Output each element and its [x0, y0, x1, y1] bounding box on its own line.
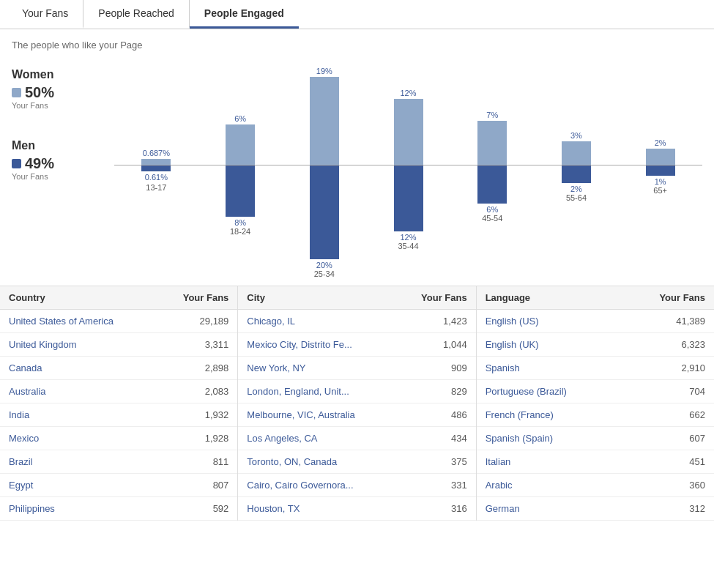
age-label-65plus: 65+ — [653, 186, 667, 195]
table-row: London, England, Unit...829 — [238, 380, 475, 403]
men-bar-5564 — [562, 165, 591, 183]
city-col-header: City — [238, 286, 395, 310]
country-name: Philippines — [0, 497, 157, 521]
men-bar-2534 — [310, 165, 339, 259]
table-row: United Kingdom3,311 — [0, 333, 237, 357]
language-name: English (US) — [477, 310, 622, 333]
country-name: Egypt — [0, 474, 157, 497]
city-fans: 316 — [396, 497, 476, 521]
country-name: Australia — [0, 380, 157, 403]
country-fans: 807 — [157, 474, 238, 497]
language-fans: 360 — [621, 474, 714, 497]
men-swatch — [12, 159, 21, 168]
men-pct-4554: 6% — [486, 205, 498, 214]
age-label-1824: 18-24 — [230, 227, 250, 236]
city-table: City Your Fans Chicago, IL1,423Mexico Ci… — [238, 286, 476, 521]
table-row: Spanish (Spain)607 — [477, 427, 714, 450]
city-name: Cairo, Cairo Governora... — [238, 474, 395, 497]
age-label-4554: 45-54 — [482, 214, 502, 223]
language-name: French (France) — [477, 403, 622, 427]
language-fans: 704 — [621, 380, 714, 403]
women-bar-65plus — [646, 149, 675, 165]
city-fans: 1,423 — [396, 310, 476, 333]
men-bar-1824 — [226, 165, 255, 217]
table-row: Canada2,898 — [0, 357, 237, 380]
table-row: Egypt807 — [0, 474, 237, 497]
women-bar-4554 — [477, 121, 507, 165]
table-row: Portuguese (Brazil)704 — [477, 380, 714, 403]
tab-your-fans[interactable]: Your Fans — [7, 0, 83, 29]
country-fans: 1,932 — [157, 403, 238, 427]
city-name: Toronto, ON, Canada — [238, 450, 395, 474]
language-name: Portuguese (Brazil) — [477, 380, 622, 403]
country-name: Canada — [0, 357, 157, 380]
table-row: Italian451 — [477, 450, 714, 474]
language-fans-header: Your Fans — [621, 286, 714, 310]
table-row: Chicago, IL1,423 — [238, 310, 475, 333]
women-pct-3544: 12% — [401, 89, 417, 97]
language-fans: 41,389 — [621, 310, 714, 333]
col-18-24-w: 6% — [198, 62, 283, 165]
language-name: English (UK) — [477, 333, 622, 357]
table-row: Mexico City, Distrito Fe...1,044 — [238, 333, 475, 357]
city-name: Melbourne, VIC, Australia — [238, 403, 395, 427]
women-bar-5564 — [562, 141, 591, 165]
women-title: Women — [12, 68, 114, 81]
men-pct-5564: 2% — [570, 185, 582, 193]
language-fans: 312 — [621, 497, 714, 521]
table-row: Mexico1,928 — [0, 427, 237, 450]
col-25-34-w: 19% — [282, 62, 366, 165]
language-fans: 2,910 — [621, 357, 714, 380]
country-fans: 29,189 — [157, 310, 238, 333]
table-row: Australia2,083 — [0, 380, 237, 403]
women-pct-65plus: 2% — [655, 138, 666, 147]
table-row: New York, NY909 — [238, 357, 475, 380]
col-35-44-m: 12% 35-44 — [366, 165, 450, 250]
table-row: Los Angeles, CA434 — [238, 427, 475, 450]
men-bar-4554 — [477, 165, 507, 204]
country-fans: 811 — [157, 450, 238, 474]
col-25-34-m: 20% 25-34 — [282, 165, 366, 278]
country-fans: 1,928 — [157, 427, 238, 450]
bar-chart: 0.687% 6% 19% 12% 7% — [114, 62, 702, 278]
country-fans: 3,311 — [157, 333, 238, 357]
country-name: Mexico — [0, 427, 157, 450]
men-pct-3544: 12% — [401, 233, 417, 242]
women-pct-5564: 3% — [570, 131, 582, 140]
tab-people-engaged[interactable]: People Engaged — [190, 0, 299, 29]
city-name: Los Angeles, CA — [238, 427, 395, 450]
language-name: Italian — [477, 450, 622, 474]
women-bar-1824 — [226, 124, 255, 165]
city-fans: 829 — [396, 380, 476, 403]
table-row: India1,932 — [0, 403, 237, 427]
men-pct-1824: 8% — [234, 218, 246, 227]
women-bar-3544 — [394, 99, 423, 165]
language-name: Spanish — [477, 357, 622, 380]
col-65plus-m: 1% 65+ — [618, 165, 702, 195]
country-name: Brazil — [0, 450, 157, 474]
men-pct-2534: 20% — [316, 261, 332, 269]
chart-legend: Women 50% Your Fans Men 49% Your Fans — [12, 62, 114, 278]
chart-area: Women 50% Your Fans Men 49% Your Fans 0.… — [0, 56, 714, 286]
men-bars-row: 0.61% 13-17 8% 18-24 20% 25-34 12% 35-44 — [114, 165, 702, 278]
table-row: Brazil811 — [0, 450, 237, 474]
country-col-header: Country — [0, 286, 157, 310]
language-fans: 662 — [621, 403, 714, 427]
women-fans-label: Your Fans — [12, 101, 114, 110]
city-name: Mexico City, Distrito Fe... — [238, 333, 395, 357]
country-fans: 592 — [157, 497, 238, 521]
city-name: Houston, TX — [238, 497, 395, 521]
col-45-54-m: 6% 45-54 — [450, 165, 535, 223]
city-name: London, England, Unit... — [238, 380, 395, 403]
col-13-17: 0.687% — [114, 62, 198, 165]
table-row: French (France)662 — [477, 403, 714, 427]
language-col-header: Language — [477, 286, 622, 310]
men-title: Men — [12, 139, 114, 152]
city-name: Chicago, IL — [238, 310, 395, 333]
tab-people-reached[interactable]: People Reached — [83, 0, 190, 29]
city-fans: 486 — [396, 403, 476, 427]
men-legend: Men 49% Your Fans — [12, 139, 114, 181]
col-13-17-m: 0.61% 13-17 — [114, 165, 198, 192]
page-subtitle: The people who like your Page — [0, 29, 714, 56]
country-name: United Kingdom — [0, 333, 157, 357]
